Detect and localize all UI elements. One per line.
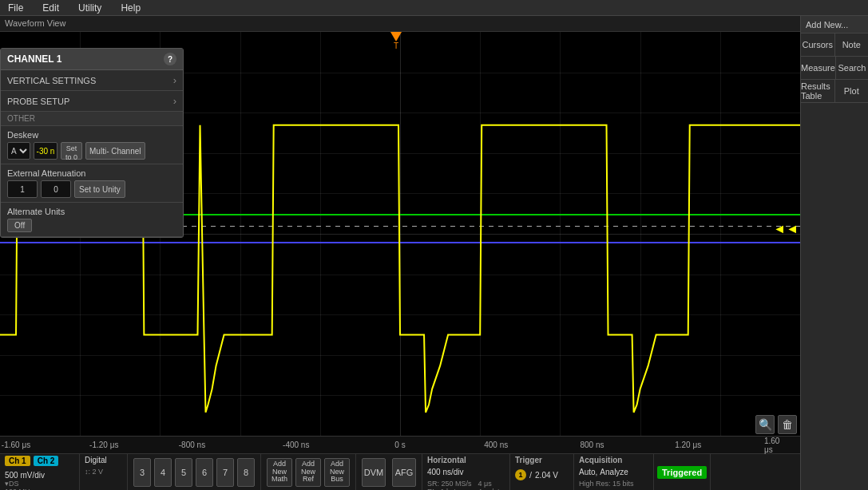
time-label-6: 800 ns (580, 441, 604, 449)
deskew-row: Deskew A Set to 0 Multi- Channel (1, 126, 183, 164)
deskew-value-input[interactable] (34, 142, 57, 160)
set-to-0-button[interactable]: Set to 0 (61, 142, 82, 160)
add-new-bar: Add New... (801, 16, 868, 34)
channel-panel-title: CHANNEL 1 (7, 53, 61, 65)
results-plot-row: Results Table Plot (801, 80, 868, 103)
ext-atten-label: External Attenuation (7, 168, 176, 178)
ch2-status: Digital ↕: 2 V (80, 454, 128, 490)
alt-units-off-button[interactable]: Off (7, 219, 32, 232)
time-label-5: 400 ns (484, 441, 508, 449)
vertical-settings-chevron: › (173, 74, 176, 86)
num-btn-4[interactable]: 4 (154, 458, 172, 487)
zoom-trash-btn[interactable]: 🗑 (778, 415, 797, 434)
acq-val1: Auto, (579, 468, 597, 476)
dvm-afg-section: DVM AFG (356, 454, 422, 490)
time-label-0: -1.60 μs (2, 441, 30, 449)
plot-btn[interactable]: Plot (835, 80, 869, 102)
time-label-7: 1.20 μs (675, 441, 701, 449)
horizontal-sr: SR: 250 MS/s (427, 480, 472, 488)
triggered-badge: Triggered (657, 466, 707, 479)
time-label-3: -400 ns (283, 441, 309, 449)
main-layout: Waveform View (0, 16, 868, 490)
measure-search-row: Measure Search (801, 57, 868, 80)
time-label-1: -1.20 μs (89, 441, 118, 449)
dvm-btn[interactable]: DVM (362, 458, 386, 487)
search-btn[interactable]: Search (836, 57, 868, 79)
acquisition-label: Acquisition (579, 456, 622, 464)
add-new-bus-btn[interactable]: AddNewBus (324, 458, 350, 487)
zoom-search-btn[interactable]: 🔍 (755, 415, 775, 434)
menu-utility[interactable]: Utility (73, 1, 106, 15)
horizontal-val1: 400 ns/div (427, 468, 464, 476)
ch2-digital: Digital (85, 456, 107, 464)
probe-setup-section[interactable]: PROBE SETUP › (1, 91, 183, 112)
time-axis: -1.60 μs -1.20 μs -800 ns -400 ns 0 s 40… (0, 436, 800, 453)
channel-panel-header: CHANNEL 1 ? (1, 49, 183, 70)
measure-btn[interactable]: Measure (801, 57, 836, 79)
ch2-volt: ↕: 2 V (85, 468, 103, 476)
ext-atten-num-input[interactable] (7, 180, 38, 198)
deskew-unit-select[interactable]: A (7, 142, 30, 160)
horizontal-section: Horizontal 400 ns/div SR: 250 MS/s RL: 1… (422, 454, 510, 490)
num-btn-3[interactable]: 3 (133, 458, 151, 487)
num-buttons-section: 3 4 5 6 7 8 (128, 454, 261, 490)
ext-atten-row: External Attenuation Set to Unity (1, 164, 183, 203)
vertical-settings-section[interactable]: VERTICAL SETTINGS › (1, 70, 183, 91)
add-new-ref-btn[interactable]: AddNewRef (295, 458, 321, 487)
horizontal-val2: 4 μs (478, 480, 500, 488)
ch1-badge[interactable]: Ch 1 (5, 456, 30, 466)
cursors-btn[interactable]: Cursors (801, 34, 835, 56)
triggered-section: Triggered (654, 454, 711, 490)
ch1-ds[interactable]: ▾DS (5, 480, 45, 488)
right-panel: Add New... Cursors Note Measure Search R… (800, 16, 868, 490)
waveform-container: Waveform View (0, 16, 800, 490)
num-btn-5[interactable]: 5 (175, 458, 192, 487)
menubar: File Edit Utility Help (0, 0, 868, 16)
add-new-math-btn[interactable]: AddNewMath (267, 458, 292, 487)
menu-edit[interactable]: Edit (38, 1, 64, 15)
menu-help[interactable]: Help (116, 1, 145, 15)
multi-channel-button[interactable]: Multi- Channel (85, 142, 145, 160)
acquisition-section: Acquisition Auto, Analyze High Res: 15 b… (574, 454, 654, 490)
num-btn-8[interactable]: 8 (237, 458, 255, 487)
num-btn-6[interactable]: 6 (196, 458, 213, 487)
menu-file[interactable]: File (3, 1, 28, 15)
trigger-marker-top (390, 32, 402, 41)
ch1-volt: 500 mV/div (5, 471, 45, 480)
horizontal-label: Horizontal (427, 456, 466, 464)
trigger-slash: / (529, 470, 532, 480)
trigger-section: Trigger 1 / 2.04 V (510, 454, 574, 490)
trigger-t-label: T (394, 41, 398, 50)
time-label-2: -800 ns (179, 441, 205, 449)
deskew-label: Deskew (7, 130, 176, 140)
time-label-8: 1.60 μs (764, 437, 788, 454)
acq-hires: High Res: 15 bits (579, 480, 634, 488)
alt-units-row: Alternate Units Off (1, 203, 183, 237)
set-to-unity-button[interactable]: Set to Unity (74, 180, 125, 198)
add-buttons-section: AddNewMath AddNewRef AddNewBus (261, 454, 356, 490)
afg-btn[interactable]: AFG (392, 458, 416, 487)
right-trigger-arrow: ◄◄ (773, 222, 799, 236)
acq-val2: Analyze (600, 468, 628, 476)
cursors-note-row: Cursors Note (801, 34, 868, 57)
ch1-status[interactable]: Ch 1 Ch 2 500 mV/div ▾DS 100 MHz▾ (0, 454, 80, 490)
waveform-area[interactable]: T ◄◄ CHANNEL 1 ? VERTICAL SETTINGS (0, 32, 800, 436)
alt-units-label: Alternate Units (7, 207, 176, 216)
probe-setup-chevron: › (173, 95, 176, 107)
trigger-val: 2.04 V (535, 471, 558, 480)
other-label: OTHER (1, 112, 183, 126)
ch2-badge[interactable]: Ch 2 (34, 456, 59, 466)
num-btn-7[interactable]: 7 (216, 458, 234, 487)
add-new-label: Add New... (806, 20, 848, 30)
waveform-title: Waveform View (0, 16, 800, 32)
channel-help-btn[interactable]: ? (164, 53, 176, 65)
results-table-btn[interactable]: Results Table (801, 80, 835, 102)
time-label-4: 0 s (394, 441, 405, 449)
ext-atten-db-input[interactable] (41, 180, 71, 198)
channel-panel: CHANNEL 1 ? VERTICAL SETTINGS › PROBE SE… (0, 48, 184, 238)
note-btn[interactable]: Note (835, 34, 869, 56)
status-bar: Ch 1 Ch 2 500 mV/div ▾DS 100 MHz▾ Digita… (0, 453, 800, 490)
trigger-ch-badge: 1 (515, 469, 526, 480)
zoom-area: 🔍 🗑 (755, 415, 797, 434)
trigger-label: Trigger (515, 456, 542, 464)
